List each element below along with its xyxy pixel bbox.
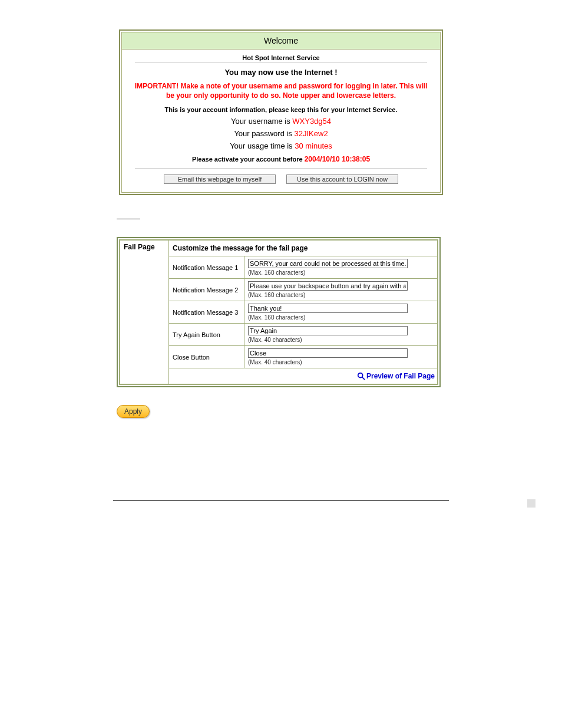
usage-label: Your usage time is [230,141,292,150]
username-label: Your username is [231,117,290,126]
close-input[interactable] [248,348,408,358]
try-hint: (Max. 40 characters) [248,337,434,343]
page-marker [527,499,535,501]
msg1-hint: (Max. 160 characters) [248,269,434,276]
password-value: 32JIKew2 [295,129,328,138]
activate-line: Please activate your account before 2004… [128,155,434,163]
svg-point-0 [358,373,363,378]
msg3-label: Notification Message 3 [169,301,244,324]
password-line: Your password is 32JIKew2 [128,129,434,138]
msg2-hint: (Max. 160 characters) [248,292,434,298]
password-label: Your password is [234,129,292,138]
magnifier-icon [357,372,365,380]
fail-page-side-label: Fail Page [120,241,169,384]
fail-section-title: Customize the message for the fail page [169,241,438,256]
separator-line [117,219,140,219]
msg2-label: Notification Message 2 [169,279,244,301]
preview-fail-page-link[interactable]: Preview of Fail Page [357,372,435,380]
email-page-button[interactable]: Email this webpage to myself [164,174,276,184]
msg3-input[interactable] [248,304,408,313]
login-now-button[interactable]: Use this account to LOGIN now [286,174,398,184]
fail-page-config: Fail Page Customize the message for the … [117,237,441,387]
use-internet-msg: You may now use the Internet ! [128,68,434,77]
svg-line-1 [362,377,365,380]
activate-label: Please activate your account before [192,156,303,163]
close-hint: (Max. 40 characters) [248,359,434,365]
try-label: Try Again Button [169,324,244,346]
msg3-hint: (Max. 160 characters) [248,314,434,321]
username-line: Your username is WXY3dg54 [128,117,434,126]
footer-rule [113,500,449,501]
important-notice: IMPORTANT! Make a note of your username … [130,81,432,100]
close-label: Close Button [169,346,244,368]
msg2-input[interactable] [248,281,408,291]
preview-link-text: Preview of Fail Page [366,372,435,380]
welcome-title: Welcome [122,32,440,50]
activate-value: 2004/10/10 10:38:05 [305,155,370,163]
account-info-note: This is your account information, please… [128,106,434,113]
service-name: Hot Spot Internet Service [128,54,434,61]
usage-value: 30 minutes [295,141,332,150]
try-input[interactable] [248,326,408,335]
msg1-input[interactable] [248,259,408,268]
username-value: WXY3dg54 [292,117,331,126]
apply-button[interactable]: Apply [117,405,150,418]
welcome-panel: Welcome Hot Spot Internet Service You ma… [119,29,443,195]
msg1-label: Notification Message 1 [169,256,244,279]
usage-line: Your usage time is 30 minutes [128,141,434,150]
